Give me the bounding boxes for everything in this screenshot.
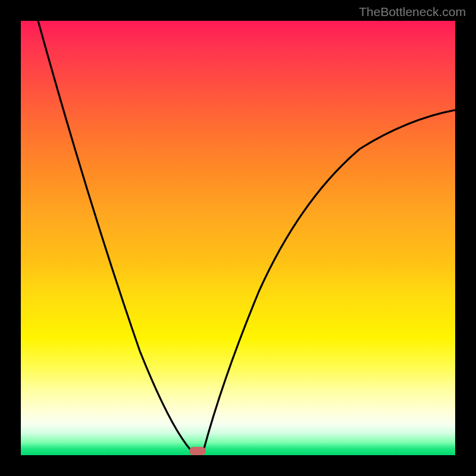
curve-right-branch: [203, 110, 455, 450]
bottleneck-curve: [21, 21, 455, 455]
chart-frame: TheBottleneck.com: [0, 0, 476, 476]
curve-left-branch: [38, 21, 191, 450]
optimum-marker: [189, 447, 206, 455]
watermark-text: TheBottleneck.com: [359, 5, 466, 19]
